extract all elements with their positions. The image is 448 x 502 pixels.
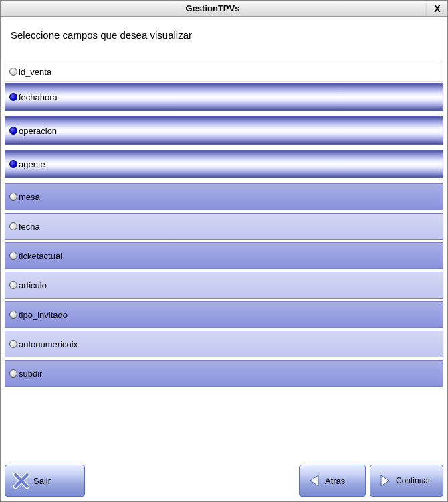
field-label: id_venta: [19, 67, 51, 77]
field-row-autonumericoix[interactable]: autonumericoix: [5, 331, 443, 357]
radio-icon[interactable]: [9, 127, 17, 135]
prompt-text: Seleccione campos que desea visualizar: [5, 21, 443, 60]
radio-icon[interactable]: [9, 193, 17, 201]
continue-button-label: Continuar: [396, 476, 431, 485]
field-row-operacion[interactable]: operacion: [5, 116, 443, 145]
radio-icon[interactable]: [9, 369, 17, 378]
field-row-ticketactual[interactable]: ticketactual: [5, 242, 443, 269]
exit-button-label: Salir: [33, 476, 51, 486]
exit-button[interactable]: Salir: [5, 465, 85, 497]
field-label: mesa: [19, 192, 40, 202]
radio-icon[interactable]: [9, 160, 17, 168]
radio-icon[interactable]: [9, 93, 17, 101]
field-label: agente: [19, 159, 45, 169]
back-button[interactable]: Atras: [299, 465, 366, 497]
arrow-left-icon: [306, 473, 322, 489]
radio-icon[interactable]: [9, 281, 17, 289]
footer: Salir Atras Continuar: [1, 460, 447, 501]
field-row-subdir[interactable]: subdir: [5, 360, 443, 387]
field-label: fecha: [19, 222, 40, 232]
field-row-fecha[interactable]: fecha: [5, 213, 443, 240]
window-title: GestionTPVs: [1, 1, 425, 16]
field-label: tipo_invitado: [19, 310, 68, 320]
radio-icon[interactable]: [9, 340, 17, 348]
radio-icon[interactable]: [9, 68, 17, 76]
field-row-tipo_invitado[interactable]: tipo_invitado: [5, 301, 443, 328]
field-label: fechahora: [19, 92, 58, 102]
field-row-agente[interactable]: agente: [5, 150, 443, 178]
app-window: GestionTPVs X Seleccione campos que dese…: [0, 0, 448, 502]
field-row-mesa[interactable]: mesa: [5, 183, 443, 210]
field-label: articulo: [19, 280, 47, 290]
close-button[interactable]: X: [427, 1, 447, 16]
x-icon: [12, 471, 31, 490]
titlebar: GestionTPVs X: [1, 1, 447, 17]
field-row-fechahora[interactable]: fechahora: [5, 83, 443, 111]
fields-list: id_ventafechahoraoperacionagentemesafech…: [5, 62, 443, 390]
back-button-label: Atras: [325, 476, 345, 486]
radio-icon[interactable]: [9, 222, 17, 230]
field-label: ticketactual: [19, 251, 62, 261]
field-label: autonumericoix: [19, 339, 78, 349]
field-row-articulo[interactable]: articulo: [5, 272, 443, 299]
continue-button[interactable]: Continuar: [370, 465, 443, 497]
field-row-id_venta[interactable]: id_venta: [5, 62, 443, 82]
content-area: Seleccione campos que desea visualizar i…: [1, 17, 447, 460]
arrow-right-icon: [377, 473, 393, 489]
radio-icon[interactable]: [9, 311, 17, 319]
field-label: subdir: [19, 369, 42, 379]
radio-icon[interactable]: [9, 252, 17, 260]
field-label: operacion: [19, 126, 57, 136]
